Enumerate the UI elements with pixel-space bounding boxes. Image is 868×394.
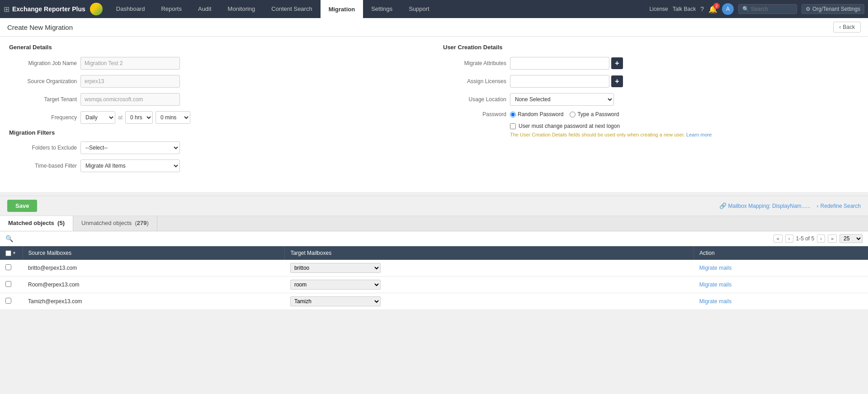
must-change-password-row: User must change password at next logon <box>510 123 859 129</box>
mailbox-mapping-link[interactable]: 🔗 Mailbox Mapping: DisplayNam...... <box>719 202 811 209</box>
prev-page-button[interactable]: ‹ <box>785 235 793 243</box>
mins-select[interactable]: 0 mins 15 mins 30 mins 45 mins <box>156 111 190 124</box>
back-chevron-icon: ‹ <box>839 24 841 30</box>
tab-matched-objects[interactable]: Matched objects (5) <box>0 216 73 231</box>
last-page-button[interactable]: » <box>828 235 837 243</box>
grid-icon[interactable]: ⊞ <box>4 5 9 14</box>
next-page-button[interactable]: › <box>817 235 825 243</box>
tab-migration[interactable]: Migration <box>321 0 363 18</box>
assign-licenses-label: Assign Licenses <box>443 78 506 84</box>
table-toolbar: 🔍 « ‹ 1-5 of 5 › » 25 50 100 <box>0 231 868 246</box>
frequency-label: Frequency <box>9 114 77 121</box>
row3-checkbox[interactable] <box>5 298 11 304</box>
time-filter-select[interactable]: Migrate All Items Last 1 Month Last 3 Mo… <box>80 159 180 172</box>
search-box[interactable]: 🔍 <box>738 4 797 14</box>
assign-licenses-input[interactable] <box>510 75 609 88</box>
table-search-icon[interactable]: 🔍 <box>5 235 13 242</box>
unmatched-tab-label: Unmatched objects <box>81 220 132 226</box>
page-size-select[interactable]: 25 50 100 <box>840 234 863 243</box>
migrate-attributes-row: Migrate Attributes + <box>443 57 859 70</box>
frequency-controls: Daily Weekly Monthly Once at 0 hrs 1 hrs… <box>80 111 190 124</box>
tab-content-search[interactable]: Content Search <box>263 0 320 18</box>
license-link[interactable]: License <box>649 6 668 12</box>
must-change-password-checkbox[interactable] <box>510 123 516 129</box>
row3-action-link[interactable]: Migrate mails <box>699 298 731 305</box>
row3-target-select[interactable]: Tamizh <box>290 296 381 306</box>
user-creation-title: User Creation Details <box>443 44 859 51</box>
frequency-select[interactable]: Daily Weekly Monthly Once <box>80 111 115 124</box>
target-tenant-input[interactable] <box>80 93 180 106</box>
folders-exclude-select[interactable]: --Select-- <box>80 141 180 154</box>
migration-job-name-label: Migration Job Name <box>9 60 77 66</box>
form-section: General Details Migration Job Name Sourc… <box>9 44 859 185</box>
must-change-password-label: User must change password at next logon <box>519 123 620 129</box>
migrate-attributes-add-button[interactable]: + <box>611 57 623 69</box>
assign-licenses-add-button[interactable]: + <box>611 75 623 87</box>
tab-reports[interactable]: Reports <box>153 0 190 18</box>
learn-more-link[interactable]: Learn more <box>686 132 712 137</box>
table-row: Tamizh@erpex13.com Tamizh Migrate mails <box>0 293 868 310</box>
select-all-dropdown-icon[interactable]: ▼ <box>12 251 16 255</box>
tab-support[interactable]: Support <box>401 0 438 18</box>
gear-icon: ⚙ <box>806 6 811 12</box>
row2-checkbox[interactable] <box>5 281 11 287</box>
target-tenant-label: Target Tenant <box>9 96 77 103</box>
source-org-input[interactable] <box>80 75 180 88</box>
org-tenant-settings-button[interactable]: ⚙ Org/Tenant Settings <box>802 4 864 14</box>
unmatched-count: 279 <box>137 220 147 226</box>
first-page-button[interactable]: « <box>774 235 783 243</box>
redefine-search-label: Redefine Search <box>821 203 861 209</box>
migration-job-name-input[interactable] <box>80 57 180 70</box>
assign-licenses-controls: + <box>510 75 623 88</box>
row3-checkbox-cell <box>0 293 23 310</box>
select-all-checkbox[interactable] <box>5 250 11 256</box>
assign-licenses-row: Assign Licenses + <box>443 75 859 88</box>
avatar[interactable]: A <box>722 3 734 15</box>
usage-location-row: Usage Location None Selected US UK India <box>443 93 859 106</box>
tab-audit[interactable]: Audit <box>190 0 220 18</box>
talkback-link[interactable]: Talk Back <box>673 6 696 12</box>
row1-checkbox-cell <box>0 260 23 277</box>
random-password-option[interactable]: Random Password <box>510 111 563 117</box>
search-icon: 🔍 <box>742 6 749 12</box>
left-chevron-icon: ‹ <box>817 203 819 209</box>
row2-target-select[interactable]: room <box>290 280 381 290</box>
back-label: Back <box>843 24 855 30</box>
mailbox-mapping-label: Mailbox Mapping: DisplayNam...... <box>728 203 811 209</box>
random-password-radio[interactable] <box>510 112 516 117</box>
tab-unmatched-objects[interactable]: Unmatched objects (279) <box>73 216 157 231</box>
hours-select[interactable]: 0 hrs 1 hrs 2 hrs <box>125 111 153 124</box>
row1-checkbox[interactable] <box>5 264 11 270</box>
source-org-row: Source Organization <box>9 75 425 88</box>
bell-icon[interactable]: 🔔 2 <box>708 5 717 14</box>
nav-tabs: Dashboard Reports Audit Monitoring Conte… <box>108 0 650 18</box>
help-icon[interactable]: ? <box>700 5 704 13</box>
usage-location-select[interactable]: None Selected US UK India <box>510 93 614 106</box>
save-button[interactable]: Save <box>7 200 37 212</box>
row2-action: Migrate mails <box>694 277 868 293</box>
usage-location-label: Usage Location <box>443 96 506 103</box>
search-input[interactable] <box>751 6 792 12</box>
type-password-option[interactable]: Type a Password <box>570 111 619 117</box>
tab-monitoring[interactable]: Monitoring <box>220 0 264 18</box>
type-password-radio[interactable] <box>570 112 576 117</box>
row1-target-select[interactable]: brittoo <box>290 263 381 273</box>
row2-source: Room@erpex13.com <box>23 277 285 293</box>
toolbar-right: 🔗 Mailbox Mapping: DisplayNam...... ‹ Re… <box>719 202 861 209</box>
app-name: Exchange Reporter Plus <box>12 5 85 13</box>
folders-exclude-label: Folders to Exclude <box>9 145 77 151</box>
back-button[interactable]: ‹ Back <box>833 22 861 33</box>
col-action-label: Action <box>699 250 714 256</box>
folders-exclude-row: Folders to Exclude --Select-- <box>9 141 425 154</box>
migrate-attributes-input[interactable] <box>510 57 609 70</box>
row1-action-link[interactable]: Migrate mails <box>699 265 731 271</box>
row2-action-link[interactable]: Migrate mails <box>699 281 731 288</box>
redefine-search-link[interactable]: ‹ Redefine Search <box>817 203 861 209</box>
tab-settings[interactable]: Settings <box>363 0 401 18</box>
frequency-row: Frequency Daily Weekly Monthly Once at 0… <box>9 111 425 124</box>
password-label: Password <box>443 111 506 117</box>
tab-dashboard[interactable]: Dashboard <box>108 0 153 18</box>
col-checkbox: ▼ <box>0 246 23 260</box>
time-filter-label: Time-based Filter <box>9 163 77 169</box>
migration-job-name-row: Migration Job Name <box>9 57 425 70</box>
